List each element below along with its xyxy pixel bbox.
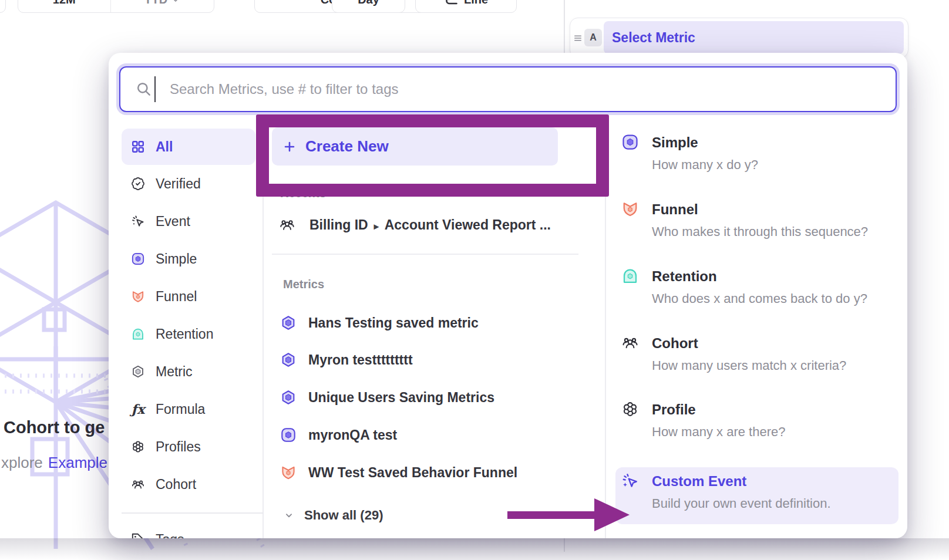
date-range-segmented-control: 12M YTD xyxy=(18,0,214,13)
saved-metric-label: Myron testtttttttt xyxy=(308,352,413,368)
type-description: Who makes it through this sequence? xyxy=(652,224,868,239)
type-description: How many users match x criteria? xyxy=(652,358,846,373)
funnel-icon xyxy=(621,200,639,218)
range-ytd-button[interactable]: YTD xyxy=(111,0,214,12)
search-icon xyxy=(136,81,152,97)
metric-hexagon-icon xyxy=(280,352,297,368)
profiles-icon xyxy=(621,400,639,418)
sidebar-item-metric[interactable]: Metric xyxy=(122,353,255,390)
sidebar-item-event[interactable]: Event xyxy=(122,203,255,239)
saved-metric-label: myronQA test xyxy=(308,427,397,443)
sidebar-item-all[interactable]: All xyxy=(122,129,255,165)
sidebar-item-label: Cohort xyxy=(156,477,196,492)
sidebar-item-label: Tags xyxy=(156,532,184,539)
recent-item[interactable]: Billing ID▸Account Viewed Report ... xyxy=(272,207,592,243)
annotation-arrow xyxy=(502,496,634,537)
metric-hexagon-icon xyxy=(280,315,297,331)
sidebar-item-label: Funnel xyxy=(156,289,197,305)
sidebar-item-label: Profiles xyxy=(156,439,201,455)
sidebar-item-label: Retention xyxy=(156,326,213,342)
metric-hexagon-icon xyxy=(131,365,145,379)
type-option-simple[interactable]: Simple How many x do y? xyxy=(615,129,898,179)
chevron-down-icon xyxy=(171,0,180,5)
sidebar-section-divider xyxy=(122,512,263,514)
chevron-down-icon xyxy=(284,510,294,521)
retention-icon xyxy=(621,267,639,285)
type-option-custom-event[interactable]: Custom Event Build your own event defini… xyxy=(615,467,898,524)
recents-divider xyxy=(272,254,578,255)
saved-metric-item[interactable]: Unique Users Saving Metrics xyxy=(272,379,592,416)
sidebar-item-tags[interactable]: Tags xyxy=(122,521,255,538)
type-description: Build your own event definition. xyxy=(652,496,831,511)
sidebar-item-formula[interactable]: ƒx Formula xyxy=(122,391,255,427)
canvas-explore-line: xploreExample xyxy=(1,454,107,472)
cohort-people-icon xyxy=(131,477,145,491)
sidebar-item-retention[interactable]: Retention xyxy=(122,316,255,352)
search-field-wrap xyxy=(119,66,897,112)
saved-metric-item[interactable]: Hans Testing saved metric xyxy=(272,305,592,341)
annotation-highlight-rectangle xyxy=(256,114,609,197)
range-ytd-label: YTD xyxy=(144,0,167,6)
series-badge: A xyxy=(584,29,602,46)
granularity-day-button[interactable]: Day xyxy=(332,0,405,13)
profiles-icon xyxy=(131,440,145,454)
type-description: How many x do y? xyxy=(652,157,758,173)
toolbar-button-stub[interactable] xyxy=(0,0,6,13)
example-link[interactable]: Example xyxy=(48,454,107,471)
saved-metric-item[interactable]: Myron testtttttttt xyxy=(272,342,592,378)
sidebar-item-label: Metric xyxy=(156,364,193,380)
sidebar-item-verified[interactable]: Verified xyxy=(122,166,255,202)
saved-metric-label: Hans Testing saved metric xyxy=(308,315,479,331)
show-all-label: Show all (29) xyxy=(304,508,383,523)
sidebar-item-cohort[interactable]: Cohort xyxy=(122,466,255,502)
type-description: Who does x and comes back to do y? xyxy=(652,291,867,306)
custom-event-cursor-icon xyxy=(621,472,639,490)
sidebar-item-profiles[interactable]: Profiles xyxy=(122,429,255,465)
type-title: Simple xyxy=(652,134,698,151)
type-title: Cohort xyxy=(652,335,698,352)
breadcrumb-arrow: ▸ xyxy=(374,221,379,231)
modal-bottom-shadow xyxy=(0,538,949,560)
range-12m-button[interactable]: 12M xyxy=(18,0,111,12)
type-option-profile[interactable]: Profile How many x are there? xyxy=(615,396,898,446)
type-title: Retention xyxy=(652,268,717,285)
simple-metric-icon xyxy=(131,252,145,266)
funnel-icon xyxy=(131,289,145,303)
sidebar-item-label: Event xyxy=(156,214,190,230)
type-title: Profile xyxy=(652,401,696,419)
sidebar-item-funnel[interactable]: Funnel xyxy=(122,278,255,315)
line-label: Line xyxy=(464,0,488,6)
cohort-people-icon xyxy=(621,334,639,352)
sidebar-item-label: Verified xyxy=(156,176,201,192)
retention-icon xyxy=(131,327,145,341)
metric-row-card: A Select Metric xyxy=(570,18,908,58)
formula-icon: ƒx xyxy=(131,402,145,417)
select-metric-button[interactable]: Select Metric xyxy=(604,21,904,54)
day-label: Day xyxy=(358,0,379,6)
event-cursor-icon xyxy=(131,214,145,228)
canvas-heading-fragment: Cohort to ge xyxy=(4,418,105,437)
recent-part-1: Billing ID xyxy=(309,217,368,232)
type-option-funnel[interactable]: Funnel Who makes it through this sequenc… xyxy=(615,195,898,246)
chart-type-line-button[interactable]: Line xyxy=(415,0,517,13)
funnel-icon xyxy=(280,464,297,481)
search-input[interactable] xyxy=(119,66,897,112)
type-title: Funnel xyxy=(652,201,698,218)
saved-metric-item[interactable]: myronQA test xyxy=(272,417,592,453)
drag-handle-icon[interactable] xyxy=(573,33,583,43)
type-title: Custom Event xyxy=(652,473,746,490)
show-all-button[interactable]: Show all (29) xyxy=(272,502,507,528)
metric-hexagon-icon xyxy=(280,389,297,406)
recent-part-2: Account Viewed Report ... xyxy=(385,217,551,232)
app-screen: Cohort to ge xploreExample 12M YTD Compa… xyxy=(0,0,949,560)
saved-metric-item[interactable]: WW Test Saved Behavior Funnel xyxy=(272,454,592,491)
saved-metric-label: WW Test Saved Behavior Funnel xyxy=(308,465,517,481)
line-chart-icon xyxy=(444,0,458,7)
sidebar-item-simple[interactable]: Simple xyxy=(122,241,255,277)
tag-icon xyxy=(131,532,145,538)
grid-icon xyxy=(131,140,145,154)
type-option-retention[interactable]: Retention Who does x and comes back to d… xyxy=(615,262,898,313)
type-option-cohort[interactable]: Cohort How many users match x criteria? xyxy=(615,329,898,380)
text-caret xyxy=(154,76,156,102)
sidebar-item-label: All xyxy=(156,139,173,155)
